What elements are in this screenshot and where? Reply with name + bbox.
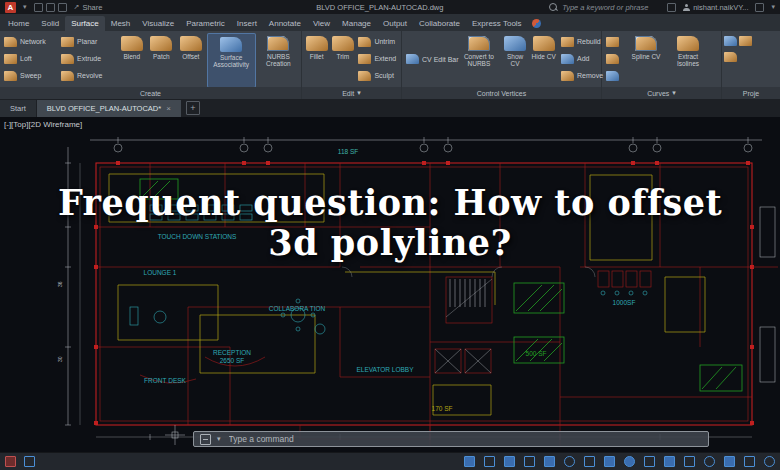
project-geometry-icon[interactable] [724, 36, 737, 46]
tool-sweep[interactable]: Sweep [2, 67, 57, 84]
save-icon[interactable] [58, 3, 67, 12]
tool-network[interactable]: Network [2, 33, 57, 50]
ortho-icon[interactable] [544, 456, 555, 467]
tab-annotate[interactable]: Annotate [263, 16, 307, 31]
tab-express-tools[interactable]: Express Tools [466, 16, 528, 31]
panel-title-create[interactable]: Create [0, 87, 301, 99]
tab-visualize[interactable]: Visualize [136, 16, 180, 31]
tool-offset[interactable]: Offset [177, 33, 205, 86]
tool-untrim[interactable]: Untrim [356, 33, 399, 50]
clean-screen-icon[interactable] [764, 456, 775, 467]
tool-hide-cv[interactable]: Hide CV [530, 33, 557, 86]
tool-sculpt[interactable]: Sculpt [356, 67, 399, 84]
model-space-icon[interactable] [5, 456, 16, 467]
search-bar[interactable] [549, 2, 660, 13]
tab-view[interactable]: View [307, 16, 336, 31]
autocad-window: A ▾ ↗ Share BLVD OFFICE_PLAN-AUTOCAD.dwg… [0, 0, 780, 470]
tab-manage[interactable]: Manage [336, 16, 377, 31]
command-input[interactable] [227, 433, 702, 445]
panel-title-edit[interactable]: Edit ▾ [302, 87, 401, 99]
tool-revolve[interactable]: Revolve [59, 67, 116, 84]
polar-tracking-icon[interactable] [564, 456, 575, 467]
tab-parametric[interactable]: Parametric [180, 16, 231, 31]
tool-label: Planar [77, 38, 97, 45]
file-tab-start[interactable]: Start [0, 100, 36, 117]
units-icon[interactable] [744, 456, 755, 467]
tool-show-cv[interactable]: Show CV [502, 33, 529, 86]
infer-constraints-icon[interactable] [504, 456, 515, 467]
tool-fillet[interactable]: Fillet [304, 33, 329, 86]
snap-icon[interactable] [484, 456, 495, 467]
lineweight-icon[interactable] [644, 456, 655, 467]
tab-home[interactable]: Home [2, 16, 35, 31]
share-button[interactable]: ↗ Share [74, 3, 103, 12]
tab-solid[interactable]: Solid [35, 16, 65, 31]
user-account-button[interactable]: nishant.naikVY... [683, 3, 748, 12]
tool-label: Untrim [374, 38, 395, 45]
panel-title-curves[interactable]: Curves ▾ [602, 87, 721, 99]
close-tab-icon[interactable]: × [166, 104, 171, 113]
tool-convert-to-nurbs[interactable]: Convert to NURBS [458, 33, 500, 86]
tool-cv-edit-bar[interactable]: CV Edit Bar [404, 51, 456, 68]
username: nishant.naikVY... [693, 3, 748, 12]
projection-option-icon[interactable] [739, 36, 752, 46]
open-file-icon[interactable] [46, 3, 55, 12]
tab-surface[interactable]: Surface [65, 16, 105, 31]
show-cv-icon [504, 36, 526, 51]
titlebar-dropdown-icon[interactable]: ▾ [771, 3, 775, 11]
panel-title-control-vertices[interactable]: Control Vertices [402, 87, 601, 99]
customize-command-icon[interactable] [200, 434, 211, 445]
tool-add[interactable]: Add [559, 50, 599, 67]
new-drawing-tab-button[interactable]: + [186, 101, 200, 115]
autocad-logo-icon[interactable]: A [5, 2, 16, 13]
tool-patch[interactable]: Patch [148, 33, 176, 86]
workspace-switching-icon[interactable] [724, 456, 735, 467]
grid-icon[interactable] [464, 456, 475, 467]
tool-surface-associativity[interactable]: Surface Associativity [207, 33, 256, 88]
transparency-icon[interactable] [664, 456, 675, 467]
sign-in-icon[interactable] [667, 3, 676, 12]
room-label: 2650 SF [220, 357, 245, 364]
tool-loft[interactable]: Loft [2, 50, 57, 67]
object-snap-icon[interactable] [624, 456, 635, 467]
recent-commands-icon[interactable]: ▾ [217, 435, 221, 443]
projection-option-icon[interactable] [724, 52, 737, 62]
tool-curve-1[interactable] [604, 33, 626, 50]
tool-spline-cv[interactable]: Spline CV [628, 33, 664, 86]
help-icon[interactable] [755, 3, 764, 12]
tool-rebuild[interactable]: Rebuild [559, 33, 599, 50]
file-tab-active-drawing[interactable]: BLVD OFFICE_PLAN-AUTOCAD* × [37, 100, 181, 117]
isodraft-icon[interactable] [584, 456, 595, 467]
tool-trim[interactable]: Trim [331, 33, 354, 86]
curve-tool-icon [606, 71, 619, 81]
tab-mesh[interactable]: Mesh [105, 16, 137, 31]
panel-title-label: Control Vertices [477, 90, 526, 97]
annotation-scale-icon[interactable] [704, 456, 715, 467]
new-file-icon[interactable] [34, 3, 43, 12]
search-input[interactable] [560, 2, 660, 13]
viewport-controls[interactable]: [-][Top][2D Wireframe] [4, 120, 82, 129]
app-menu-dropdown-icon[interactable]: ▾ [23, 3, 27, 11]
room-label: RECEPTION [213, 349, 251, 356]
tool-remove[interactable]: Remove [559, 67, 599, 84]
panel-title-projection[interactable]: Proje [722, 87, 780, 99]
command-line-bar[interactable]: ▾ [193, 431, 709, 447]
dropdown-arrow-icon: ▾ [672, 89, 676, 97]
tab-collaborate[interactable]: Collaborate [413, 16, 466, 31]
tool-curve-2[interactable] [604, 50, 626, 67]
tool-extract-isolines[interactable]: Extract Isolines [666, 33, 710, 86]
tool-nurbs-creation[interactable]: NURBS Creation [258, 33, 299, 86]
dynamic-input-icon[interactable] [524, 456, 535, 467]
layout-icon[interactable] [24, 456, 35, 467]
selection-cycling-icon[interactable] [684, 456, 695, 467]
drawing-canvas[interactable]: [-][Top][2D Wireframe] [0, 117, 780, 452]
tab-output[interactable]: Output [377, 16, 413, 31]
tool-extend[interactable]: Extend [356, 50, 399, 67]
tab-insert[interactable]: Insert [231, 16, 263, 31]
tool-blend[interactable]: Blend [118, 33, 146, 86]
featured-apps-icon[interactable] [532, 19, 541, 28]
tool-extrude[interactable]: Extrude [59, 50, 116, 67]
tool-curve-3[interactable] [604, 67, 626, 84]
tool-planar[interactable]: Planar [59, 33, 116, 50]
object-snap-tracking-icon[interactable] [604, 456, 615, 467]
